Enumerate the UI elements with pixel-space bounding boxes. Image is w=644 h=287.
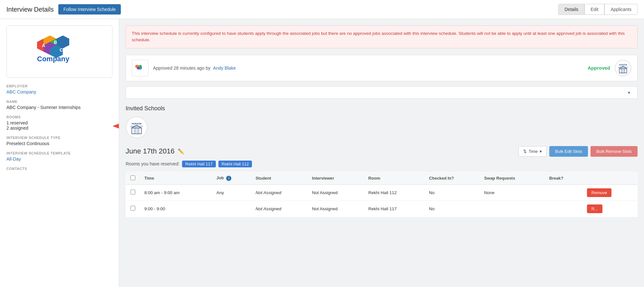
invited-schools-title: Invited Schools <box>126 105 638 112</box>
row1-checkbox[interactable] <box>130 190 135 194</box>
svg-rect-23 <box>621 68 623 73</box>
row2-checked-in: No <box>425 201 480 217</box>
top-header: Interview Details Follow Interview Sched… <box>0 0 644 19</box>
select-all-checkbox[interactable] <box>130 175 135 180</box>
svg-rect-29 <box>134 128 136 134</box>
row2-swap-requests <box>480 201 545 217</box>
invited-hudson-logo: HUDSON UNIVERSITY <box>126 117 147 138</box>
rooms-label: ROOMS <box>6 115 112 119</box>
date-text: June 17th 2016 <box>126 147 175 155</box>
job-info-icon[interactable]: i <box>226 176 231 181</box>
th-student: Student <box>251 172 307 184</box>
hudson-university-logo: HUDSON UNIVERSITY <box>615 60 631 76</box>
svg-text:A: A <box>42 43 45 48</box>
th-checkbox <box>126 172 140 184</box>
row2-remove-button[interactable]: R... <box>587 204 602 213</box>
row1-time: 8:00 am - 9:00 am <box>140 184 212 201</box>
th-job: Job i <box>212 172 251 184</box>
row1-remove-button[interactable]: Remove <box>587 188 611 197</box>
approver-name[interactable]: Andy Blake <box>213 65 236 71</box>
dropdown-bar[interactable]: ▾ <box>126 86 638 99</box>
svg-text:C: C <box>140 67 141 69</box>
invited-schools-section: Invited Schools HUDSON UNIVERSITY <box>126 105 638 138</box>
sort-time-button[interactable]: ⇅ Time ▾ <box>518 146 547 157</box>
alert-box: This interview schedule is currently con… <box>126 25 638 48</box>
edit-nav-button[interactable]: Edit <box>584 4 604 15</box>
date-title: June 17th 2016 ✏️ <box>126 147 184 155</box>
svg-text:UNIVERSITY: UNIVERSITY <box>618 66 628 68</box>
row2-interviewer: Not Assigned <box>307 201 364 217</box>
schedule-table: Time Job i Student Interviewer Room Chec… <box>126 172 638 217</box>
alert-message: This interview schedule is currently con… <box>132 31 625 42</box>
room2-badge[interactable]: Rekhi Hall 112 <box>218 161 252 167</box>
rooms-line2: 2 assigned <box>6 125 112 131</box>
rooms-reserved-label: Rooms you have reserved: <box>126 161 179 166</box>
th-room: Room <box>364 172 424 184</box>
row1-checkbox-cell <box>126 184 140 201</box>
edit-date-icon[interactable]: ✏️ <box>178 148 184 154</box>
hudson-university-badge: HUDSON UNIVERSITY <box>615 60 631 76</box>
header-left: Interview Details Follow Interview Sched… <box>6 4 121 15</box>
sidebar: A B C Company EMPLOYER ABC Company NAME … <box>0 19 119 287</box>
room1-badge[interactable]: Rekhi Hall 117 <box>182 161 216 167</box>
name-value: ABC Company - Summer Internships <box>6 105 112 110</box>
company-logo-box: A B C Company <box>6 25 112 78</box>
table-header-row: Time Job i Student Interviewer Room Chec… <box>126 172 638 184</box>
row1-job: Any <box>212 184 251 201</box>
company-logo: A B C Company <box>27 35 92 68</box>
th-swap-requests: Swap Requests <box>480 172 545 184</box>
dropdown-select[interactable] <box>130 90 633 95</box>
employer-label: EMPLOYER <box>6 84 112 88</box>
svg-rect-30 <box>137 128 139 134</box>
rooms-container: 1 reserved 2 assigned <box>6 120 112 131</box>
bulk-edit-slots-button[interactable]: Bulk Edit Slots <box>549 146 588 157</box>
applicants-nav-button[interactable]: Applicants <box>604 4 638 15</box>
top-nav: Details Edit Applicants <box>558 4 638 15</box>
company-thumbnail: A B C <box>132 60 149 76</box>
row2-break <box>545 201 582 217</box>
company-thumb-logo: A B C <box>134 62 147 74</box>
row1-interviewer: Not Assigned <box>307 184 364 201</box>
row2-job <box>212 201 251 217</box>
template-value[interactable]: All-Day <box>6 156 21 162</box>
row1-room: Rekhi Hall 112 <box>364 184 424 201</box>
th-time: Time <box>140 172 212 184</box>
th-action <box>582 172 638 184</box>
table-row: 9:00 - 9:00 Not Assigned Not Assigned Re… <box>126 201 638 217</box>
dropdown-wrapper: ▾ <box>130 90 633 95</box>
row2-time: 9:00 - 9:00 <box>140 201 212 217</box>
rooms-reserved-row: Rooms you have reserved: Rekhi Hall 117 … <box>126 161 638 167</box>
row1-break <box>545 184 582 201</box>
row2-room: Rekhi Hall 117 <box>364 201 424 217</box>
template-label: INTERVIEW SCHEDULE TEMPLATE <box>6 151 112 155</box>
svg-text:B: B <box>139 65 140 67</box>
schedule-type-label: INTERVIEW SCHEDULE TYPE <box>6 136 112 140</box>
svg-text:HUDSON: HUDSON <box>132 123 141 125</box>
approved-status: Approved <box>588 65 610 71</box>
svg-text:C: C <box>60 47 63 53</box>
date-actions: ⇅ Time ▾ Bulk Edit Slots Bulk Remove Slo… <box>518 146 638 157</box>
svg-text:Company: Company <box>37 55 70 63</box>
main-layout: A B C Company EMPLOYER ABC Company NAME … <box>0 19 644 287</box>
employer-value[interactable]: ABC Company <box>6 89 36 94</box>
row2-action-cell: R... <box>582 201 638 217</box>
approved-card: A B C Approved 28 minutes ago by Andy Bl… <box>126 55 638 81</box>
sort-label: Time <box>529 149 538 154</box>
svg-rect-24 <box>623 68 625 73</box>
date-section: June 17th 2016 ✏️ ⇅ Time ▾ Bulk Edit Slo… <box>126 146 638 217</box>
sort-icon: ⇅ <box>523 149 527 154</box>
row2-student: Not Assigned <box>251 201 307 217</box>
th-checked-in: Checked In? <box>425 172 480 184</box>
row2-checkbox[interactable] <box>130 206 135 211</box>
sort-caret-icon: ▾ <box>540 149 542 154</box>
svg-text:B: B <box>54 40 57 45</box>
svg-text:A: A <box>136 66 137 67</box>
row1-student: Not Assigned <box>251 184 307 201</box>
follow-interview-schedule-button[interactable]: Follow Interview Schedule <box>58 4 121 15</box>
rooms-line1: 1 reserved <box>6 120 112 125</box>
approved-prefix: Approved 28 minutes ago by <box>153 65 210 71</box>
date-header: June 17th 2016 ✏️ ⇅ Time ▾ Bulk Edit Slo… <box>126 146 638 157</box>
details-nav-button[interactable]: Details <box>558 4 584 15</box>
approved-text-area: Approved 28 minutes ago by Andy Blake <box>153 65 588 71</box>
bulk-remove-slots-button[interactable]: Bulk Remove Slots <box>591 146 638 157</box>
